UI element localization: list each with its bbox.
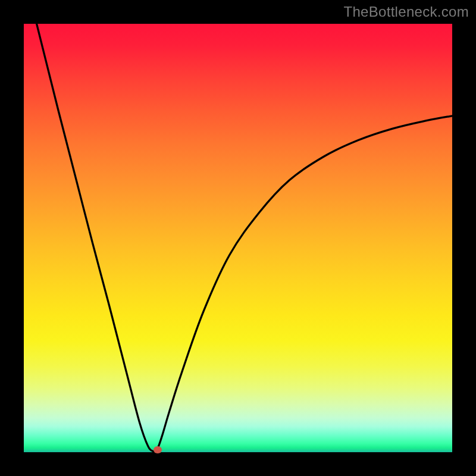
- plot-area: [24, 24, 452, 452]
- chart-frame: TheBottleneck.com: [0, 0, 476, 476]
- line-curve: [24, 24, 452, 452]
- bottleneck-marker: [154, 446, 162, 453]
- watermark-label: TheBottleneck.com: [343, 4, 469, 20]
- bottleneck-path: [37, 24, 452, 452]
